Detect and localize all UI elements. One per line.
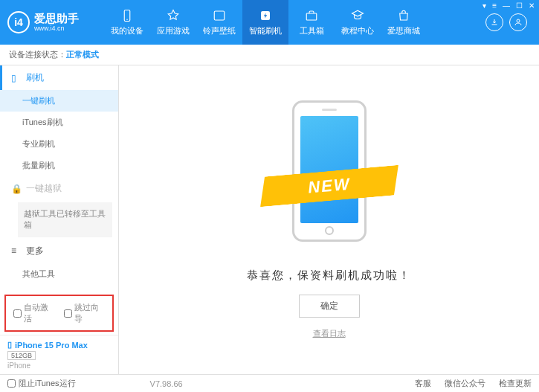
app-header: i4 爱思助手 www.i4.cn 我的设备 应用游戏 铃声壁纸 智能刷机 工具…: [0, 0, 539, 45]
sidebar-item-download-firmware[interactable]: 下载固件: [0, 285, 118, 292]
main-nav: 我的设备 应用游戏 铃声壁纸 智能刷机 工具箱 教程中心 爱思商城: [104, 0, 485, 45]
menu-icon[interactable]: ≡: [492, 1, 497, 10]
sidebar-section-more[interactable]: ≡ 更多: [0, 239, 118, 263]
lock-icon: 🔒: [11, 184, 22, 194]
auto-activate-checkbox[interactable]: 自动激活: [13, 302, 55, 324]
sidebar-item-other-tools[interactable]: 其他工具: [0, 263, 118, 285]
nav-tutorial[interactable]: 教程中心: [335, 0, 381, 45]
sidebar-item-onekey-flash[interactable]: 一键刷机: [0, 90, 118, 112]
dropdown-icon[interactable]: ▾: [482, 1, 486, 10]
main-content: NEW 恭喜您，保资料刷机成功啦！ 确定 查看日志: [119, 65, 539, 374]
status-label: 设备连接状态：: [9, 49, 66, 60]
logo: i4 爱思助手 www.i4.cn: [7, 11, 104, 33]
sidebar-section-flash[interactable]: ▯ 刷机: [0, 65, 118, 90]
svg-rect-2: [214, 11, 225, 20]
skip-wizard-checkbox[interactable]: 跳过向导: [64, 302, 106, 324]
sidebar-item-pro-flash[interactable]: 专业刷机: [0, 133, 118, 155]
close-icon[interactable]: ✕: [529, 1, 535, 10]
footer-wechat[interactable]: 微信公众号: [445, 378, 485, 389]
store-icon: [396, 9, 411, 22]
status-mode: 正常模式: [66, 49, 99, 60]
image-icon: [212, 9, 227, 22]
footer: 阻止iTunes运行 V7.98.66 客服 微信公众号 检查更新: [0, 374, 539, 392]
options-row: 自动激活 跳过向导: [4, 295, 114, 332]
sidebar-item-itunes-flash[interactable]: iTunes刷机: [0, 112, 118, 133]
maximize-icon[interactable]: ☐: [516, 1, 523, 10]
ok-button[interactable]: 确定: [299, 295, 360, 318]
device-storage: 512GB: [7, 351, 36, 360]
phone-icon: ▯: [7, 340, 12, 350]
nav-store[interactable]: 爱思商城: [381, 0, 427, 45]
window-controls: ▾ ≡ — ☐ ✕: [482, 1, 535, 10]
svg-point-1: [126, 19, 128, 20]
app-name: 爱思助手: [34, 13, 79, 25]
success-message: 恭喜您，保资料刷机成功啦！: [247, 269, 411, 283]
flash-icon: [258, 9, 273, 22]
logo-icon: i4: [7, 11, 30, 33]
device-info: ▯ iPhone 15 Pro Max 512GB iPhone: [0, 335, 118, 374]
nav-toolbox[interactable]: 工具箱: [288, 0, 335, 45]
nav-apps-games[interactable]: 应用游戏: [150, 0, 196, 45]
status-bar: 设备连接状态： 正常模式: [0, 45, 539, 65]
toolbox-icon: [304, 9, 319, 22]
app-icon: [166, 9, 181, 22]
jailbreak-note: 越狱工具已转移至工具箱: [18, 202, 112, 237]
block-itunes-checkbox[interactable]: 阻止iTunes运行: [7, 378, 76, 389]
graduation-icon: [350, 9, 365, 22]
device-name[interactable]: ▯ iPhone 15 Pro Max: [7, 340, 111, 350]
sidebar-section-jailbreak: 🔒 一键越狱: [0, 176, 118, 201]
minimize-icon[interactable]: —: [503, 1, 510, 10]
phone-illustration: NEW: [281, 100, 378, 257]
sidebar-item-batch-flash[interactable]: 批量刷机: [0, 155, 118, 176]
header-actions: [485, 13, 527, 31]
app-url: www.i4.cn: [34, 25, 79, 32]
nav-ringtone-wallpaper[interactable]: 铃声壁纸: [196, 0, 242, 45]
view-log-link[interactable]: 查看日志: [313, 328, 346, 339]
footer-check-update[interactable]: 检查更新: [499, 378, 532, 389]
download-button[interactable]: [485, 13, 503, 31]
svg-rect-4: [306, 13, 317, 20]
nav-my-device[interactable]: 我的设备: [104, 0, 150, 45]
svg-point-5: [517, 19, 520, 22]
nav-smart-flash[interactable]: 智能刷机: [242, 0, 288, 45]
version-label: V7.98.66: [150, 379, 183, 388]
sidebar: ▯ 刷机 一键刷机 iTunes刷机 专业刷机 批量刷机 🔒 一键越狱 越狱工具…: [0, 65, 119, 374]
user-button[interactable]: [509, 13, 527, 31]
menu-icon: ≡: [11, 245, 22, 256]
new-ribbon: NEW: [257, 165, 401, 207]
device-type: iPhone: [7, 362, 111, 370]
phone-icon: [120, 9, 135, 22]
phone-icon: ▯: [11, 73, 22, 83]
footer-support[interactable]: 客服: [415, 378, 431, 389]
